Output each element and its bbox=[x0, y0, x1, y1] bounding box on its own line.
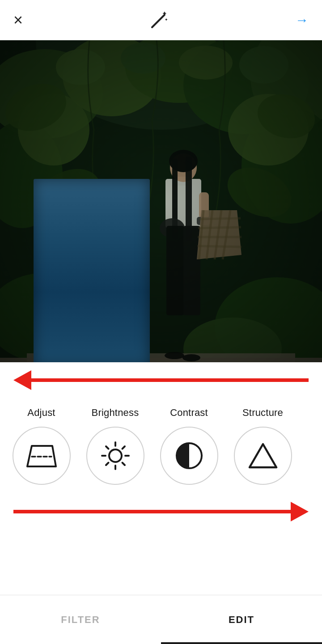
tab-active-indicator bbox=[161, 642, 322, 644]
left-arrow bbox=[13, 370, 309, 390]
tool-structure-circle[interactable] bbox=[234, 427, 292, 485]
top-bar: × ✦ ✦ → bbox=[0, 0, 322, 40]
tab-edit[interactable]: EDIT bbox=[161, 614, 322, 626]
tool-contrast-circle[interactable] bbox=[160, 427, 218, 485]
svg-line-69 bbox=[122, 446, 125, 449]
tool-adjust-circle[interactable] bbox=[13, 427, 71, 485]
arrow-left-area bbox=[0, 370, 322, 390]
svg-line-70 bbox=[106, 463, 109, 466]
structure-icon bbox=[245, 438, 281, 474]
svg-rect-27 bbox=[36, 188, 148, 362]
right-arrow bbox=[13, 502, 309, 521]
tool-adjust[interactable]: Adjust bbox=[4, 407, 78, 485]
svg-point-25 bbox=[45, 313, 134, 362]
svg-rect-31 bbox=[47, 237, 87, 259]
tab-filter[interactable]: FILTER bbox=[0, 614, 161, 626]
svg-rect-29 bbox=[45, 201, 80, 228]
close-button[interactable]: × bbox=[13, 12, 23, 28]
tools-row: Adjust Brightness bbox=[0, 398, 322, 494]
left-arrow-head bbox=[13, 370, 31, 390]
svg-rect-30 bbox=[85, 210, 116, 233]
photo-image bbox=[0, 40, 322, 362]
bottom-tab-bar: FILTER EDIT bbox=[0, 595, 322, 644]
tool-contrast[interactable]: Contrast bbox=[152, 407, 226, 485]
filter-tab-label: FILTER bbox=[61, 614, 100, 626]
svg-text:✦: ✦ bbox=[165, 17, 168, 22]
svg-text:✦: ✦ bbox=[162, 10, 167, 17]
brightness-icon bbox=[97, 438, 133, 474]
svg-marker-72 bbox=[250, 444, 276, 467]
contrast-icon bbox=[171, 438, 207, 474]
tool-structure-label: Structure bbox=[242, 407, 283, 419]
tool-adjust-label: Adjust bbox=[27, 407, 55, 419]
svg-line-67 bbox=[106, 446, 109, 449]
adjust-icon bbox=[24, 440, 59, 472]
edit-tab-label: EDIT bbox=[229, 614, 254, 626]
svg-rect-32 bbox=[130, 264, 138, 268]
tool-brightness-circle[interactable] bbox=[86, 427, 144, 485]
bottom-spacer bbox=[0, 530, 322, 595]
scroll-indicator-left-area bbox=[0, 362, 322, 398]
svg-line-68 bbox=[122, 463, 125, 466]
svg-rect-28 bbox=[42, 195, 141, 356]
scroll-indicator-right-area bbox=[0, 494, 322, 530]
page: × ✦ ✦ → bbox=[0, 0, 322, 644]
magic-wand-button[interactable]: ✦ ✦ bbox=[148, 9, 170, 31]
next-button[interactable]: → bbox=[295, 13, 309, 28]
photo-display bbox=[0, 40, 322, 362]
right-arrow-line bbox=[13, 510, 292, 513]
tool-contrast-label: Contrast bbox=[170, 407, 208, 419]
tool-structure[interactable]: Structure bbox=[226, 407, 300, 485]
photo-svg bbox=[0, 40, 322, 362]
tool-brightness[interactable]: Brightness bbox=[78, 407, 152, 485]
right-arrow-head bbox=[291, 502, 309, 521]
tool-brightness-label: Brightness bbox=[92, 407, 139, 419]
svg-point-62 bbox=[109, 449, 122, 462]
left-arrow-line bbox=[30, 378, 309, 382]
svg-rect-60 bbox=[0, 40, 322, 362]
magic-wand-icon: ✦ ✦ bbox=[148, 9, 170, 31]
